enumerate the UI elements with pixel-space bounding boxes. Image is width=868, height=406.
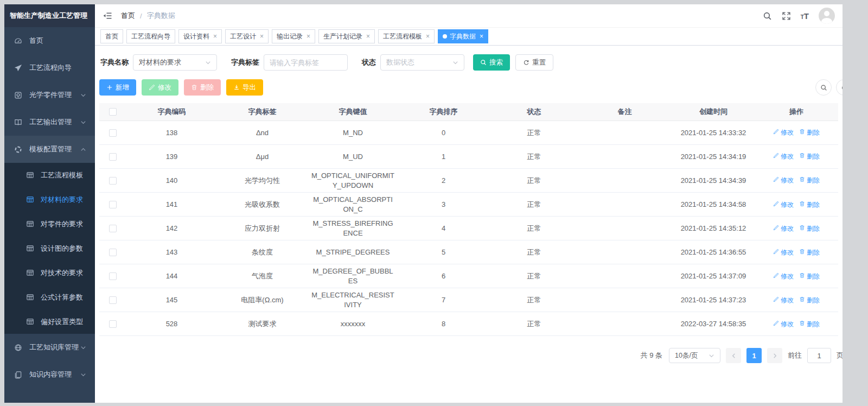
select-all-checkbox[interactable] [109, 108, 117, 116]
sidebar-subitem-2[interactable]: 对零件的要求 [4, 212, 95, 236]
row-checkbox[interactable] [109, 249, 117, 256]
cell-label: Δμd [217, 145, 308, 168]
row-checkbox[interactable] [109, 272, 117, 280]
row-delete-link[interactable]: 删除 [799, 224, 820, 233]
prev-page-button[interactable] [726, 348, 741, 363]
table-row[interactable]: 139ΔμdM_UD1正常2021-01-25 14:34:19修改删除 [99, 145, 838, 169]
next-page-button[interactable] [767, 348, 782, 363]
row-edit-link[interactable]: 修改 [773, 248, 794, 257]
table-row[interactable]: 138ΔndM_ND0正常2021-01-25 14:33:32修改删除 [99, 121, 838, 145]
sidebar-item-6[interactable]: 知识内容管理 [4, 361, 95, 388]
table-row[interactable]: 528测试要求xxxxxxx8正常2022-03-27 14:58:35修改删除 [99, 312, 838, 336]
row-edit-link[interactable]: 修改 [773, 272, 794, 281]
search-button[interactable]: 搜索 [473, 54, 510, 71]
row-delete-link[interactable]: 删除 [799, 248, 820, 257]
add-button[interactable]: 新增 [99, 79, 136, 96]
row-checkbox[interactable] [109, 320, 117, 328]
table-row[interactable]: 141光吸收系数M_OPTICAL_ABSORPTION_C3正常2021-01… [99, 193, 838, 217]
dict-label-input[interactable] [264, 54, 348, 71]
row-delete-link[interactable]: 删除 [799, 200, 820, 209]
sidebar-item-label: 工艺流程模板 [41, 170, 86, 180]
sidebar-item-5[interactable]: 工艺知识库管理 [4, 334, 95, 361]
tab-6[interactable]: 工艺流程模板× [378, 29, 435, 43]
tab-2[interactable]: 设计资料× [178, 29, 222, 43]
page-size-select[interactable]: 10条/页 [669, 348, 720, 363]
breadcrumb-root[interactable]: 首页 [121, 11, 135, 21]
cell-sort: 7 [398, 288, 489, 312]
row-edit-link[interactable]: 修改 [773, 128, 794, 137]
row-edit-link[interactable]: 修改 [773, 176, 794, 185]
row-edit-link[interactable]: 修改 [773, 200, 794, 209]
status-select[interactable]: 数据状态 [380, 54, 464, 71]
pencil-icon [773, 320, 779, 328]
page-number-button[interactable]: 1 [746, 348, 762, 363]
cell-created: 2021-01-25 14:37:23 [670, 288, 757, 312]
export-button[interactable]: 导出 [226, 79, 263, 96]
tab-4[interactable]: 输出记录× [272, 29, 315, 43]
close-icon[interactable]: × [366, 33, 370, 40]
goto-page-input[interactable] [807, 348, 831, 363]
refresh-button[interactable] [836, 79, 843, 96]
grid-icon [26, 220, 34, 228]
dict-name-select[interactable]: 对材料的要求 [133, 54, 217, 71]
table-row[interactable]: 143条纹度M_STRIPE_DEGREES5正常2021-01-25 14:3… [99, 240, 838, 264]
table-header: 字典编码字典标签字典键值字典排序状态备注创建时间操作 [99, 103, 838, 121]
sidebar-subitem-6[interactable]: 偏好设置类型 [4, 309, 95, 334]
close-icon[interactable]: × [307, 33, 310, 40]
cell-value: M_OPTICAL_UNIFORMITY_UPDOWN [308, 169, 398, 192]
reset-button[interactable]: 重置 [515, 54, 553, 71]
row-edit-link[interactable]: 修改 [773, 224, 794, 233]
sidebar-toggle-icon[interactable] [103, 11, 112, 20]
add-button-label: 新增 [116, 83, 129, 92]
tab-3[interactable]: 工艺设计× [225, 29, 269, 43]
table-row[interactable]: 144气泡度M_DEGREE_OF_BUBBLES6正常2021-01-25 1… [99, 264, 838, 288]
close-icon[interactable]: × [213, 33, 217, 40]
sidebar-subitem-5[interactable]: 公式计算参数 [4, 285, 95, 309]
row-edit-link[interactable]: 修改 [773, 296, 794, 304]
row-checkbox[interactable] [109, 296, 117, 304]
sidebar-item-0[interactable]: 首页 [4, 27, 95, 54]
sidebar-subitem-3[interactable]: 设计图的参数 [4, 236, 95, 261]
table-row[interactable]: 145电阻率(Ω.cm)M_ELECTRICAL_RESISTIVITY7正常2… [99, 288, 838, 312]
delete-button[interactable]: 删除 [184, 79, 221, 96]
sidebar-item-3[interactable]: 工艺输出管理 [4, 109, 95, 136]
sidebar-subitem-0[interactable]: 工艺流程模板 [4, 163, 95, 187]
tab-0[interactable]: 首页 [100, 29, 123, 43]
sidebar-item-4[interactable]: 模板配置管理 [4, 136, 95, 163]
row-checkbox[interactable] [109, 177, 117, 185]
tab-1[interactable]: 工艺流程向导 [126, 29, 175, 43]
sidebar-item-1[interactable]: 工艺流程向导 [4, 54, 95, 81]
fullscreen-icon[interactable] [782, 11, 791, 21]
close-icon[interactable]: × [426, 33, 430, 40]
row-delete-link[interactable]: 删除 [799, 296, 820, 304]
row-edit-link[interactable]: 修改 [773, 320, 794, 328]
row-delete-link[interactable]: 删除 [799, 176, 820, 185]
docs-icon [14, 371, 22, 379]
show-search-toggle-button[interactable] [815, 79, 832, 96]
row-delete-link[interactable]: 删除 [799, 128, 820, 137]
chevron-up-icon [80, 147, 86, 153]
row-delete-link[interactable]: 删除 [799, 152, 820, 161]
tab-7[interactable]: 字典数据× [438, 29, 488, 43]
row-delete-link[interactable]: 删除 [799, 320, 820, 328]
avatar[interactable] [819, 8, 835, 24]
row-checkbox[interactable] [109, 201, 117, 208]
cell-remark [579, 169, 670, 192]
row-checkbox[interactable] [109, 153, 117, 161]
tab-5[interactable]: 生产计划记录× [318, 29, 375, 43]
sidebar-subitem-4[interactable]: 对技术的要求 [4, 261, 95, 285]
search-icon[interactable] [763, 11, 772, 21]
row-checkbox[interactable] [109, 225, 117, 232]
table-row[interactable]: 140光学均匀性M_OPTICAL_UNIFORMITY_UPDOWN2正常20… [99, 169, 838, 193]
sidebar-subitem-1[interactable]: 对材料的要求 [4, 187, 95, 212]
close-icon[interactable]: × [260, 33, 264, 40]
row-delete-link[interactable]: 删除 [799, 272, 820, 281]
row-edit-link[interactable]: 修改 [773, 152, 794, 161]
table-row[interactable]: 142应力双折射M_STRESS_BIREFRINGENCE4正常2021-01… [99, 217, 838, 240]
sidebar-item-2[interactable]: 光学零件管理 [4, 81, 95, 109]
pencil-icon [773, 224, 779, 233]
font-size-icon[interactable]: TT [801, 12, 809, 20]
row-checkbox[interactable] [109, 129, 117, 137]
close-icon[interactable]: × [480, 33, 483, 40]
edit-button[interactable]: 修改 [142, 79, 178, 96]
